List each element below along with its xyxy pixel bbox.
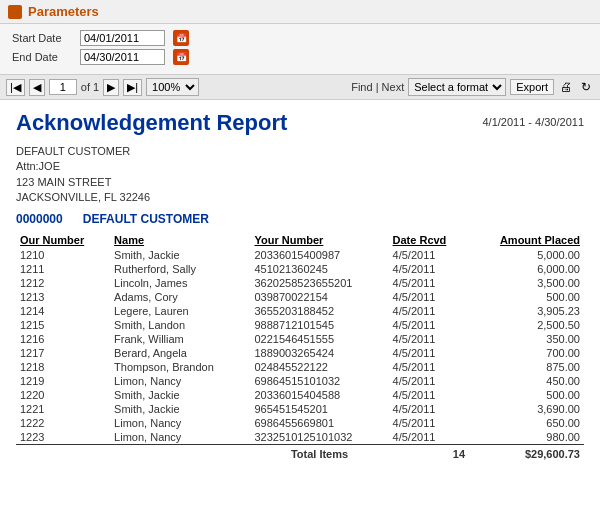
cell-our-number: 1222 xyxy=(16,416,110,430)
total-spacer-1 xyxy=(16,444,110,461)
cell-date-rcvd: 4/5/2011 xyxy=(389,276,470,290)
cell-date-rcvd: 4/5/2011 xyxy=(389,318,470,332)
cell-date-rcvd: 4/5/2011 xyxy=(389,388,470,402)
find-next-label: Find | Next xyxy=(351,81,404,93)
table-row: 1217 Berard, Angela 1889003265424 4/5/20… xyxy=(16,346,584,360)
col-header-name: Name xyxy=(110,232,250,248)
next-page-button[interactable]: ▶ xyxy=(103,79,119,96)
cell-amount-placed: 3,500.00 xyxy=(469,276,584,290)
cell-name: Limon, Nancy xyxy=(110,374,250,388)
total-label: Total Items xyxy=(250,444,388,461)
total-row: Total Items 14 $29,600.73 xyxy=(16,444,584,461)
customer-info-line1: DEFAULT CUSTOMER xyxy=(16,144,584,159)
table-row: 1210 Smith, Jackie 20336015400987 4/5/20… xyxy=(16,248,584,262)
cell-our-number: 1213 xyxy=(16,290,110,304)
table-row: 1214 Legere, Lauren 3655203188452 4/5/20… xyxy=(16,304,584,318)
cell-our-number: 1210 xyxy=(16,248,110,262)
cell-your-number: 1889003265424 xyxy=(250,346,388,360)
col-header-your-number: Your Number xyxy=(250,232,388,248)
start-date-input[interactable] xyxy=(80,30,165,46)
cell-your-number: 20336015404588 xyxy=(250,388,388,402)
cell-our-number: 1220 xyxy=(16,388,110,402)
cell-our-number: 1215 xyxy=(16,318,110,332)
table-row: 1212 Lincoln, James 3620258523655201 4/5… xyxy=(16,276,584,290)
customer-info-line2: Attn:JOE xyxy=(16,159,584,174)
cell-date-rcvd: 4/5/2011 xyxy=(389,346,470,360)
cell-amount-placed: 875.00 xyxy=(469,360,584,374)
format-select[interactable]: Select a format PDF Excel Word xyxy=(408,78,506,96)
cell-name: Smith, Jackie xyxy=(110,402,250,416)
cell-name: Legere, Lauren xyxy=(110,304,250,318)
cell-amount-placed: 2,500.50 xyxy=(469,318,584,332)
table-row: 1215 Smith, Landon 9888712101545 4/5/201… xyxy=(16,318,584,332)
end-date-input[interactable] xyxy=(80,49,165,65)
cell-amount-placed: 500.00 xyxy=(469,290,584,304)
table-row: 1220 Smith, Jackie 20336015404588 4/5/20… xyxy=(16,388,584,402)
cell-date-rcvd: 4/5/2011 xyxy=(389,402,470,416)
cell-date-rcvd: 4/5/2011 xyxy=(389,248,470,262)
params-form: Start Date 📅 End Date 📅 xyxy=(0,24,600,75)
cell-our-number: 1219 xyxy=(16,374,110,388)
start-date-label: Start Date xyxy=(12,32,72,44)
end-date-row: End Date 📅 xyxy=(12,49,588,65)
col-header-date-rcvd: Date Rcvd xyxy=(389,232,470,248)
cell-your-number: 039870022154 xyxy=(250,290,388,304)
cell-date-rcvd: 4/5/2011 xyxy=(389,290,470,304)
table-row: 1213 Adams, Cory 039870022154 4/5/2011 5… xyxy=(16,290,584,304)
cell-amount-placed: 6,000.00 xyxy=(469,262,584,276)
params-title: Parameters xyxy=(28,4,99,19)
report-title: Acknowledgement Report xyxy=(16,110,287,136)
cell-name: Adams, Cory xyxy=(110,290,250,304)
cell-our-number: 1212 xyxy=(16,276,110,290)
start-date-calendar-icon[interactable]: 📅 xyxy=(173,30,189,46)
end-date-calendar-icon[interactable]: 📅 xyxy=(173,49,189,65)
cell-amount-placed: 350.00 xyxy=(469,332,584,346)
cell-name: Limon, Nancy xyxy=(110,416,250,430)
report-toolbar: |◀ ◀ of 1 ▶ ▶| 100% 75% 50% 150% Find | … xyxy=(0,75,600,100)
cell-amount-placed: 500.00 xyxy=(469,388,584,402)
params-icon xyxy=(8,5,22,19)
report-daterange: 4/1/2011 - 4/30/2011 xyxy=(482,116,584,128)
cell-your-number: 6986455669801 xyxy=(250,416,388,430)
table-row: 1222 Limon, Nancy 6986455669801 4/5/2011… xyxy=(16,416,584,430)
customer-id: 0000000 xyxy=(16,212,63,226)
customer-info-line4: JACKSONVILLE, FL 32246 xyxy=(16,190,584,205)
table-header-row: Our Number Name Your Number Date Rcvd Am… xyxy=(16,232,584,248)
cell-your-number: 3620258523655201 xyxy=(250,276,388,290)
cell-our-number: 1221 xyxy=(16,402,110,416)
cell-amount-placed: 450.00 xyxy=(469,374,584,388)
cell-name: Berard, Angela xyxy=(110,346,250,360)
customer-id-row: 0000000 DEFAULT CUSTOMER xyxy=(16,212,584,226)
first-page-button[interactable]: |◀ xyxy=(6,79,25,96)
cell-our-number: 1216 xyxy=(16,332,110,346)
params-bar: Parameters xyxy=(0,0,600,24)
zoom-select[interactable]: 100% 75% 50% 150% xyxy=(146,78,199,96)
cell-your-number: 69864515101032 xyxy=(250,374,388,388)
export-button[interactable]: Export xyxy=(510,79,554,95)
print-icon[interactable]: 🖨 xyxy=(558,79,574,95)
of-pages-label: of 1 xyxy=(81,81,99,93)
cell-date-rcvd: 4/5/2011 xyxy=(389,332,470,346)
end-date-label: End Date xyxy=(12,51,72,63)
prev-page-button[interactable]: ◀ xyxy=(29,79,45,96)
total-amount: $29,600.73 xyxy=(469,444,584,461)
col-header-our-number: Our Number xyxy=(16,232,110,248)
cell-name: Thompson, Brandon xyxy=(110,360,250,374)
page-number-input[interactable] xyxy=(49,79,77,95)
cell-your-number: 965451545201 xyxy=(250,402,388,416)
report-area: Acknowledgement Report 4/1/2011 - 4/30/2… xyxy=(0,100,600,471)
cell-amount-placed: 5,000.00 xyxy=(469,248,584,262)
table-row: 1223 Limon, Nancy 3232510125101032 4/5/2… xyxy=(16,430,584,445)
cell-your-number: 451021360245 xyxy=(250,262,388,276)
cell-date-rcvd: 4/5/2011 xyxy=(389,360,470,374)
table-row: 1221 Smith, Jackie 965451545201 4/5/2011… xyxy=(16,402,584,416)
customer-name: DEFAULT CUSTOMER xyxy=(83,212,209,226)
table-row: 1211 Rutherford, Sally 451021360245 4/5/… xyxy=(16,262,584,276)
cell-name: Rutherford, Sally xyxy=(110,262,250,276)
total-spacer-2 xyxy=(110,444,250,461)
cell-your-number: 9888712101545 xyxy=(250,318,388,332)
col-header-amount-placed: Amount Placed xyxy=(469,232,584,248)
last-page-button[interactable]: ▶| xyxy=(123,79,142,96)
cell-our-number: 1214 xyxy=(16,304,110,318)
refresh-icon[interactable]: ↻ xyxy=(578,79,594,95)
